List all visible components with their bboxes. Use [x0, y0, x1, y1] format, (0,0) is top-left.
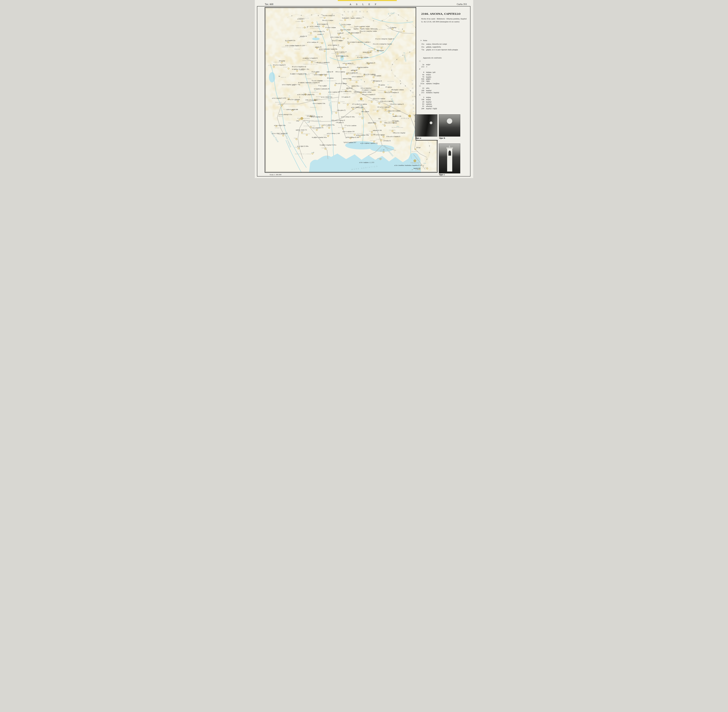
- apparato-row: 83aŋkǫ́nę: [419, 103, 469, 105]
- place-name: TORREANO: [379, 90, 386, 91]
- place-name: TRICESIMO: [351, 80, 360, 81]
- place-name: CORDOVADO: [301, 133, 310, 134]
- map-label: 79a a) b) c) aŋkóne: [335, 83, 347, 84]
- map-label: 54: [278, 76, 280, 77]
- place-name: Luincis: [308, 31, 312, 33]
- place-name: VENZONE: [356, 55, 363, 56]
- border-cross-icon: +: [321, 13, 323, 15]
- place-name: Zompicchia: [332, 111, 338, 112]
- note-row: 41agliʃíǫ́la, cappelletta: [419, 46, 469, 48]
- map-label: 140a: [296, 120, 299, 122]
- map-label: 219 pil: [416, 147, 420, 148]
- map-label: kapélza — kapéla / máįne / ikóne Ⓟ 6a: [354, 28, 377, 30]
- place-name: CHIONS: [298, 131, 304, 132]
- locality-dot: [296, 138, 297, 140]
- locality-dot: [334, 85, 336, 86]
- map-label: a) b) c) aŋkǫ́ne 97a: [339, 91, 351, 92]
- map-label: a) b) c) máįna 17a: [314, 31, 325, 32]
- locality-dot: [324, 148, 326, 150]
- place-name: Orsária: [377, 102, 380, 103]
- yellow-highlight-tab: [338, 0, 397, 1]
- place-name: Palse: [288, 122, 291, 123]
- map-label: a) b) c) čeʃíǫl 139a: [274, 125, 286, 126]
- map-label: 2a a) b) c) máįno Ⓟ: [323, 15, 334, 16]
- place-name: RUDA: [369, 131, 373, 132]
- place-name: DOGNA: [368, 50, 373, 51]
- map-label: a) b) c) aŋkóne Ⓟ 47: [314, 74, 327, 76]
- locality-dot: [359, 136, 360, 137]
- place-name: FORNI DI SOTTO: [282, 46, 293, 47]
- border-cross-icon: +: [406, 20, 408, 22]
- map-label: 215a a) b) c) kapitęl Ⓟ: [386, 136, 400, 137]
- map-label: 127 a) níke b) c) aŋkóne: [352, 104, 367, 105]
- apparato-row: 70kapę́la: [419, 76, 469, 78]
- map-label: 3 a) b) c) máįne: [341, 24, 351, 25]
- place-name: GORIZIA: [401, 117, 410, 119]
- place-name: Versa: [382, 124, 385, 125]
- locality-dot: [347, 104, 348, 105]
- place-name: Lugugnana: [321, 147, 327, 148]
- map-label: 40 a) b) c) kapitél Ⓟ Ⓢ: [292, 66, 306, 67]
- note-row: 31amáįne, chiesetta nei campi: [419, 43, 469, 45]
- map-blue-number: 83: [361, 79, 362, 80]
- map-label: 162a a) b) c) śtátųe Ⓟ: [331, 120, 345, 121]
- map-label: 7a kapéųa: [390, 27, 397, 28]
- place-name: Cerneglóns: [368, 100, 374, 101]
- place-name: Lonzano: [387, 105, 392, 106]
- map-label: b) kapitęl c) ankonúta 93: [314, 88, 330, 90]
- map-label: 144a pįére [?]: [337, 110, 345, 111]
- map-label: a) b) c) gliʃį́út 175a: [323, 124, 334, 126]
- apparato-title: Apparato di confronto: [423, 57, 442, 59]
- map-label: 19a a) b) c) máįne Ⓟ: [348, 32, 361, 34]
- plate-number: Tav. 468: [265, 3, 273, 5]
- entry-subtitle-2: Q. ALI 2134, AIS 809 [immagine di un san…: [421, 21, 459, 23]
- place-name: MERETO DI TOMBA: [331, 101, 345, 102]
- locality-dot: [328, 127, 330, 128]
- map-label: 118a a) b) c) iŋkóna: [380, 101, 392, 102]
- map-label: 88a kapę́la / ankǫ́na: [391, 89, 404, 90]
- map-label: a) b) c) kapitęl 124a: [313, 103, 325, 104]
- place-name: CLAUT: [283, 66, 288, 68]
- map-label: 195 a) b) c) iŋkóna: [373, 134, 385, 135]
- place-name: TOLMEZZO: [337, 46, 345, 47]
- map-label: a) máindl 1: [297, 18, 305, 20]
- locality-dot: [283, 135, 284, 136]
- place-name: Ceresetto: [352, 93, 357, 94]
- locality-dot: [338, 102, 340, 104]
- map-blue-number: 92b: [314, 90, 316, 91]
- border-cross-icon: +: [311, 14, 312, 16]
- map-label: 150: [378, 118, 380, 120]
- border-cross-icon: +: [342, 14, 343, 16]
- capital-dot-core: [361, 98, 361, 99]
- map-label: a) b) c) krištíņ / kapitęl Ⓟ □ 23: [286, 45, 305, 46]
- map-blue-number: 91: [289, 95, 290, 96]
- map-label: 75 a) b) c) kapitęl: [312, 80, 323, 82]
- place-name: ERTO: [268, 65, 272, 66]
- locality-dot: [352, 108, 354, 110]
- place-name: TARVISIO: [396, 31, 402, 32]
- place-name: TRAMONTI DI SOTTO: [303, 64, 318, 65]
- place-name: RIVIGNANO: [338, 127, 346, 128]
- border-cross-icon: +: [291, 15, 292, 17]
- map-label: 214 bála [?]: [383, 140, 391, 141]
- apparato-row: ○: [419, 60, 469, 62]
- map-label: 57a b) gliʃįút: [312, 71, 320, 73]
- apparato-row: 92bgliʃį́út: [419, 78, 469, 80]
- place-name: BUDOIA: [278, 104, 283, 105]
- apparato-row: 159čiʃį́ól: [419, 80, 469, 82]
- place-name: FAEDIS: [374, 86, 379, 87]
- map-label: a) aŋkǫ́na / c) kapitęl 41: [303, 58, 318, 59]
- border-cross-icon: +: [352, 15, 354, 17]
- place-name: Raccolana: [368, 47, 374, 49]
- border-cross-icon: +: [300, 15, 302, 16]
- locality-dot: [359, 114, 360, 115]
- map-blue-number: 223a: [423, 163, 426, 164]
- locality-dot: [362, 109, 364, 110]
- place-name: TRIESTE: [410, 162, 419, 164]
- place-name: MUGGIA: [416, 169, 421, 171]
- map-label: 11 a) b) c) máįna: [325, 27, 336, 28]
- place-name: MANZANO: [373, 110, 380, 111]
- map-label: a) níč̣e 19: [337, 33, 343, 34]
- map-label: aŋkóne 99: [346, 88, 352, 89]
- map-label: 46a ankǫ́na Ⓟ: [367, 62, 375, 64]
